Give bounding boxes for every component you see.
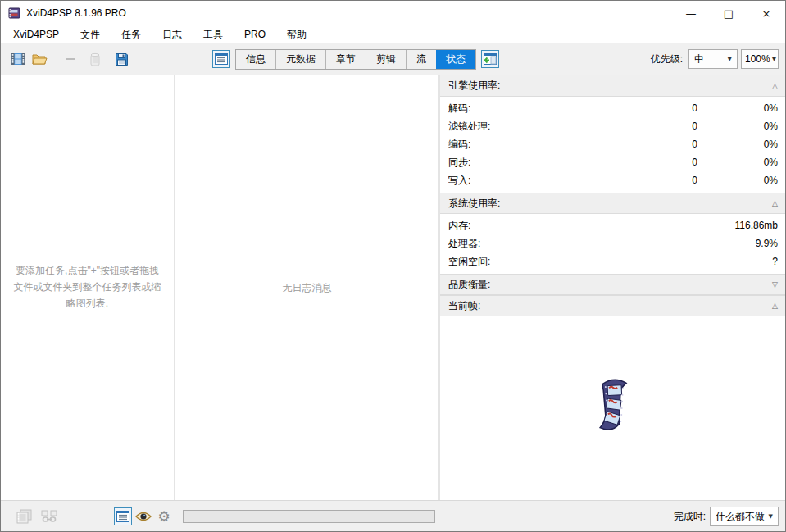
engine-usage-rows: 解码: 0 0% 滤镜处理: 0 0% 编码: 0 0% 同步: 0 0	[440, 97, 785, 193]
row-value: 0	[645, 157, 697, 168]
bottom-bar: ⚙ 完成时: 什么都不做 ▼	[1, 500, 785, 532]
toggle-side-panel-button[interactable]	[481, 50, 499, 68]
row-value: 0	[645, 175, 697, 186]
row-label: 空闲空间:	[448, 255, 613, 269]
row-percent: 0%	[697, 157, 778, 168]
menu-tools[interactable]: 工具	[193, 25, 234, 44]
status-row-write: 写入: 0 0%	[440, 171, 785, 189]
section-title: 系统使用率:	[448, 197, 772, 211]
floppy-disk-icon	[115, 52, 129, 66]
title-bar: XviD4PSP 8.1.96 PRO — □ ×	[1, 1, 785, 25]
film-clip-graphic	[588, 375, 638, 436]
window-controls: — □ ×	[672, 1, 785, 25]
add-task-button[interactable]	[9, 50, 27, 68]
section-title: 当前帧:	[448, 299, 772, 313]
row-label: 同步:	[448, 156, 645, 170]
priority-select[interactable]: 中 ▼	[688, 49, 738, 69]
current-frame-area	[440, 316, 785, 500]
join-tasks-button[interactable]	[40, 507, 58, 525]
completion-value: 什么都不做	[716, 510, 765, 524]
system-usage-rows: 内存: 116.86mb 处理器: 9.9% 空闲空间: ?	[440, 214, 785, 274]
status-row-sync: 同步: 0 0%	[440, 153, 785, 171]
thumbnails-view-button[interactable]	[16, 507, 34, 525]
row-value: 116.86mb	[613, 220, 778, 231]
row-percent: 0%	[697, 120, 778, 132]
status-row-decode: 解码: 0 0%	[440, 99, 785, 117]
menu-pro[interactable]: PRO	[234, 26, 276, 43]
app-icon	[8, 7, 21, 20]
row-label: 编码:	[448, 138, 645, 152]
status-panel: 引擎使用率: △ 解码: 0 0% 滤镜处理: 0 0% 编码: 0 0%	[440, 75, 785, 500]
status-row-filtering: 滤镜处理: 0 0%	[440, 117, 785, 135]
section-header-system-usage[interactable]: 系统使用率: △	[440, 193, 785, 214]
tab-editing[interactable]: 剪辑	[366, 50, 406, 69]
task-list-view-button[interactable]	[114, 507, 132, 525]
list-icon	[215, 53, 228, 65]
row-percent: 0%	[697, 102, 778, 114]
list-icon	[116, 511, 129, 522]
menu-help[interactable]: 帮助	[276, 25, 317, 44]
collapse-up-icon: △	[772, 82, 778, 90]
priority-value: 中	[694, 52, 704, 66]
window-title: XviD4PSP 8.1.96 PRO	[26, 7, 126, 19]
menu-tasks[interactable]: 任务	[111, 25, 152, 44]
save-button[interactable]	[112, 50, 130, 68]
status-tab-strip: 信息 元数据 章节 剪辑 流 状态	[235, 49, 476, 70]
status-row-memory: 内存: 116.86mb	[440, 216, 785, 234]
tab-info[interactable]: 信息	[236, 50, 275, 69]
tab-status[interactable]: 状态	[436, 50, 475, 69]
open-file-button[interactable]	[30, 50, 48, 68]
chevron-down-icon: ▼	[772, 56, 776, 62]
preview-button[interactable]	[134, 507, 152, 525]
status-row-cpu: 处理器: 9.9%	[440, 234, 785, 252]
row-percent: 0%	[697, 175, 778, 186]
chevron-down-icon: ▼	[769, 513, 773, 520]
app-window: XviD4PSP 8.1.96 PRO — □ × XviD4PSP 文件 任务…	[0, 0, 786, 532]
eye-icon	[135, 511, 152, 522]
menu-log[interactable]: 日志	[152, 25, 193, 44]
main-area: 要添加任务,点击"+"按钮或者拖拽文件或文件夹到整个任务列表或缩略图列表. 无日…	[1, 75, 785, 500]
row-label: 内存:	[448, 219, 613, 233]
tab-metadata[interactable]: 元数据	[275, 50, 325, 69]
zoom-select[interactable]: 100% ▼	[741, 49, 779, 69]
row-label: 滤镜处理:	[448, 120, 645, 134]
maximize-button[interactable]: □	[710, 1, 747, 25]
clear-tasks-button[interactable]	[86, 50, 104, 68]
link-gray-icon	[41, 510, 57, 523]
status-row-encode: 编码: 0 0%	[440, 135, 785, 153]
log-placeholder: 无日志消息	[283, 281, 332, 295]
row-value: 0	[645, 120, 697, 132]
section-header-engine-usage[interactable]: 引擎使用率: △	[440, 75, 785, 97]
open-folder-icon	[32, 52, 48, 66]
row-label: 解码:	[448, 102, 645, 116]
close-button[interactable]: ×	[747, 1, 785, 25]
remove-task-button[interactable]	[61, 50, 80, 68]
row-percent: 0%	[697, 139, 778, 150]
minus-icon	[66, 58, 75, 60]
toggle-log-list-button[interactable]	[212, 50, 230, 68]
zoom-value: 100%	[745, 53, 770, 65]
menu-xvid4psp[interactable]: XviD4PSP	[2, 26, 70, 43]
row-value: 9.9%	[613, 238, 778, 249]
row-value: 0	[645, 102, 697, 114]
minimize-button[interactable]: —	[672, 1, 710, 25]
bottom-bar-right: 完成时: 什么都不做 ▼	[674, 507, 785, 526]
settings-button[interactable]: ⚙	[155, 507, 173, 525]
menu-bar: XviD4PSP 文件 任务 日志 工具 PRO 帮助	[1, 25, 785, 43]
row-label: 写入:	[448, 174, 645, 188]
status-row-free-space: 空闲空间: ?	[440, 252, 785, 271]
task-list-panel[interactable]: 要添加任务,点击"+"按钮或者拖拽文件或文件夹到整个任务列表或缩略图列表.	[1, 75, 175, 500]
collapse-up-icon: △	[772, 199, 778, 207]
tab-chapters[interactable]: 章节	[325, 50, 366, 69]
trash-icon	[89, 52, 101, 66]
menu-file[interactable]: 文件	[70, 25, 111, 44]
section-title: 品质衡量:	[448, 278, 772, 292]
collapse-up-icon: △	[772, 302, 778, 310]
gear-icon: ⚙	[157, 510, 170, 524]
completion-action-select[interactable]: 什么都不做 ▼	[710, 507, 779, 526]
tab-stream[interactable]: 流	[406, 50, 436, 69]
collapse-down-icon: ▽	[772, 280, 778, 289]
completion-label: 完成时:	[674, 510, 706, 524]
section-header-current-frame[interactable]: 当前帧: △	[440, 295, 785, 316]
section-header-quality-measure[interactable]: 品质衡量: ▽	[440, 274, 785, 295]
